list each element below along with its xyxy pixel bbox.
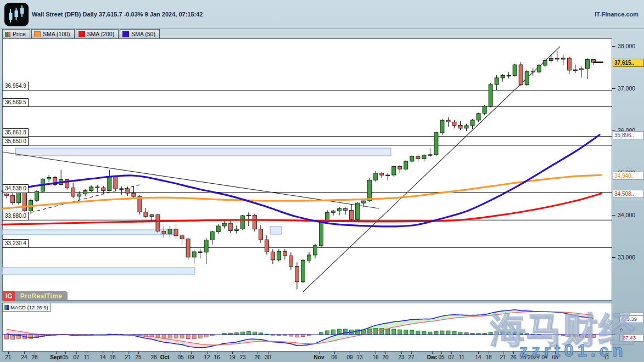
x-axis-tick <box>232 352 233 354</box>
candle-body <box>332 211 335 213</box>
ig-logo: IG <box>3 291 15 301</box>
y-axis-tick <box>612 46 615 47</box>
x-axis-tick <box>385 352 386 354</box>
macd-histogram-bar <box>501 332 505 335</box>
x-axis-tick <box>268 352 268 354</box>
candle <box>531 68 535 76</box>
candle <box>464 124 468 131</box>
x-axis-tick <box>243 352 243 354</box>
x-axis-label: 26 <box>510 354 516 360</box>
x-axis-label: 12 <box>204 354 210 360</box>
candle-body <box>210 231 214 240</box>
candle-body <box>186 239 190 257</box>
app-logo-candlestick-icon <box>4 3 29 26</box>
candle-body <box>247 215 250 216</box>
x-axis-label: Dec <box>427 354 437 360</box>
candle <box>585 58 589 79</box>
candle <box>234 225 238 234</box>
x-axis-label: 28 <box>520 354 526 360</box>
candle <box>392 166 396 177</box>
candle-body <box>180 236 184 239</box>
candle <box>71 183 75 198</box>
candle-body <box>89 187 93 191</box>
x-axis-label: 07 <box>448 354 454 360</box>
candle-body <box>386 175 390 176</box>
macd-histogram-bar <box>495 332 499 335</box>
price-chart-canvas[interactable] <box>2 39 612 301</box>
macd-zero-tick <box>612 335 615 335</box>
legend-tab-sma100[interactable]: SMA (100) <box>31 29 75 39</box>
x-axis-tick <box>555 352 556 354</box>
macd-histogram-bar <box>585 335 589 337</box>
y-axis-tick <box>612 215 615 216</box>
x-axis-label: 09 <box>188 354 194 360</box>
candle <box>77 191 81 200</box>
legend-tab-price[interactable]: Price <box>2 29 30 39</box>
candle-body <box>120 189 124 189</box>
candle-body <box>277 251 281 260</box>
macd-histogram-bar <box>168 335 172 338</box>
x-axis-tick <box>207 352 208 354</box>
supply-demand-zone <box>2 230 177 235</box>
x-axis-tick <box>87 352 87 354</box>
x-axis-label: Sept <box>50 354 62 360</box>
prorealtime-badge[interactable]: IG ProRealTime <box>3 291 68 301</box>
macd-histogram-bar <box>513 332 517 335</box>
sma50-value-tag: 35,896.. <box>613 131 644 139</box>
candle-body <box>265 240 268 252</box>
x-axis-label: 2024 <box>528 354 540 360</box>
candle-body <box>83 191 87 194</box>
candle-body <box>198 252 202 252</box>
candle-body <box>5 194 9 196</box>
y-axis-label: 38,000 <box>618 43 635 49</box>
x-axis-label: 09 <box>346 354 352 360</box>
x-axis-label: 16 <box>372 354 378 360</box>
macd-histogram-bar <box>253 332 256 335</box>
candle <box>356 202 360 221</box>
candle-body <box>283 251 287 256</box>
macd-legend-tab[interactable]: MACD (12 26 9) <box>3 303 51 312</box>
x-axis-tick <box>128 352 128 354</box>
candle <box>108 170 111 191</box>
candle-body <box>543 60 547 65</box>
candle <box>180 234 184 244</box>
legend-tab-sma50[interactable]: SMA (50) <box>120 29 160 39</box>
x-axis-tick <box>65 352 66 354</box>
x-axis-tick <box>191 352 192 354</box>
candle <box>198 249 202 259</box>
chart-title: Wall Street (DFB) Daily 37,615.7 -0.03% … <box>32 11 203 18</box>
candle-body <box>434 133 438 155</box>
candle-body <box>313 246 317 255</box>
candle-body <box>234 229 238 230</box>
x-axis-label: 05 <box>177 354 183 360</box>
level-label: 36,569.5 <box>3 98 29 107</box>
macd-histogram-bar <box>398 330 402 335</box>
candle <box>338 207 341 215</box>
x-axis-tick <box>319 352 320 354</box>
macd-line <box>7 310 593 348</box>
macd-histogram-bar <box>428 332 432 335</box>
x-axis-label: 11 <box>604 354 609 360</box>
level-label: 36,954.9 <box>3 82 29 90</box>
macd-histogram-bar <box>344 329 348 335</box>
candle-body <box>519 65 523 85</box>
legend-sma100-label: SMA (100) <box>43 31 70 37</box>
macd-histogram-bar <box>247 331 250 335</box>
candle-body <box>489 84 492 106</box>
x-axis-tick <box>489 352 489 354</box>
candle <box>513 64 517 76</box>
legend-tab-sma200[interactable]: SMA (200) <box>76 29 119 39</box>
candle <box>96 185 99 193</box>
candle-body <box>150 214 154 216</box>
candle <box>277 249 281 261</box>
candle <box>489 83 492 108</box>
candle-body <box>204 240 208 252</box>
candle <box>83 189 87 196</box>
candle-body <box>307 255 311 261</box>
macd-histogram-bar <box>204 335 208 337</box>
candle-body <box>458 125 462 128</box>
candle <box>259 225 262 242</box>
candle <box>53 176 57 186</box>
macd-canvas[interactable] <box>2 303 612 352</box>
x-axis-label: 27 <box>408 354 414 360</box>
